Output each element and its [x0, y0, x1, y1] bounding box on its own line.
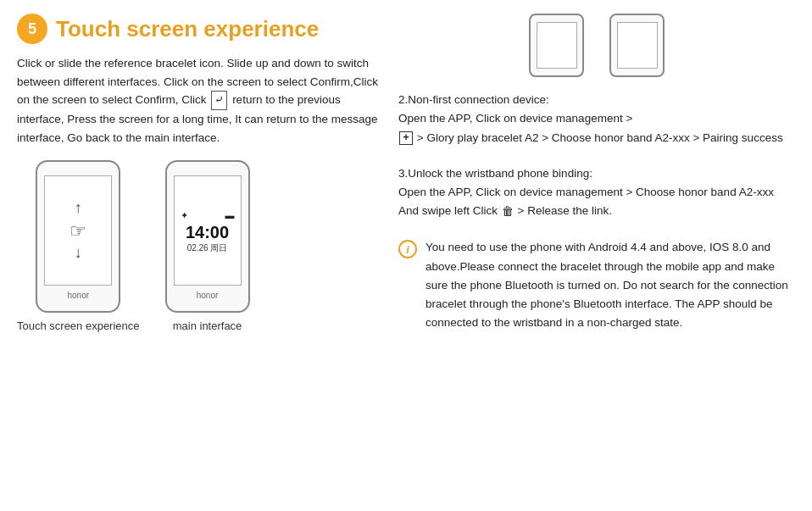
info-icon: i — [398, 240, 417, 258]
return-icon: ⤶ — [211, 91, 227, 110]
main-container: 5 Touch screen experience Click or slide… — [0, 0, 812, 347]
screen-time: 14:00 — [186, 223, 229, 242]
section3-text: 3.Unlock the wristband phone binding: Op… — [398, 164, 795, 222]
section2-text: 2.Non-first connection device: Open the … — [398, 91, 795, 147]
device1-label: Touch screen experience — [17, 319, 140, 332]
touch-screen: ↑ ☞ ↓ — [44, 175, 112, 286]
screen-top-icons: ✦ ▬ — [179, 207, 236, 223]
step-circle: 5 — [17, 14, 47, 44]
arrows-icon: ↑ ☞ ↓ — [70, 199, 86, 262]
main-screen: ✦ ▬ 14:00 02.26 周日 — [174, 175, 242, 286]
plus-icon: + — [399, 131, 413, 145]
bluetooth-icon: ✦ — [181, 210, 188, 221]
section-description: Click or slide the reference bracelet ic… — [17, 54, 381, 147]
battery-icon: ▬ — [225, 210, 235, 221]
info-box: i You need to use the phone with Android… — [398, 238, 795, 332]
device1-brand: honor — [67, 291, 89, 300]
device2-wrapper: ✦ ▬ 14:00 02.26 周日 honor main interface — [165, 160, 250, 332]
device1-wrapper: ↑ ☞ ↓ honor Touch screen experience — [17, 160, 140, 332]
left-panel: 5 Touch screen experience Click or slide… — [17, 14, 381, 333]
top-devices-row — [398, 14, 795, 77]
arrow-up-icon: ↑ — [75, 199, 82, 217]
mini-device-1 — [529, 14, 584, 77]
right-panel: 2.Non-first connection device: Open the … — [398, 14, 795, 333]
section3: 3.Unlock the wristband phone binding: Op… — [398, 164, 795, 222]
device2-label: main interface — [173, 319, 242, 332]
mini-screen-2 — [617, 22, 658, 69]
section-title: 5 Touch screen experience — [17, 14, 381, 44]
phone-touch-device: ↑ ☞ ↓ honor — [36, 160, 120, 313]
mini-screen-1 — [537, 22, 577, 69]
info-text: You need to use the phone with Android 4… — [425, 238, 795, 332]
device2-brand: honor — [197, 291, 219, 300]
finger-icon: ☞ — [70, 220, 86, 242]
trash-icon: 🗑 — [502, 202, 514, 221]
section-heading: Touch screen experience — [56, 16, 319, 42]
phone-main-device: ✦ ▬ 14:00 02.26 周日 honor — [165, 160, 250, 313]
mini-device-2 — [609, 14, 665, 77]
section2: 2.Non-first connection device: Open the … — [398, 91, 795, 147]
screen-date: 02.26 周日 — [187, 242, 228, 254]
arrow-down-icon: ↓ — [75, 244, 82, 262]
devices-row: ↑ ☞ ↓ honor Touch screen experience ✦ ▬ — [17, 160, 381, 332]
